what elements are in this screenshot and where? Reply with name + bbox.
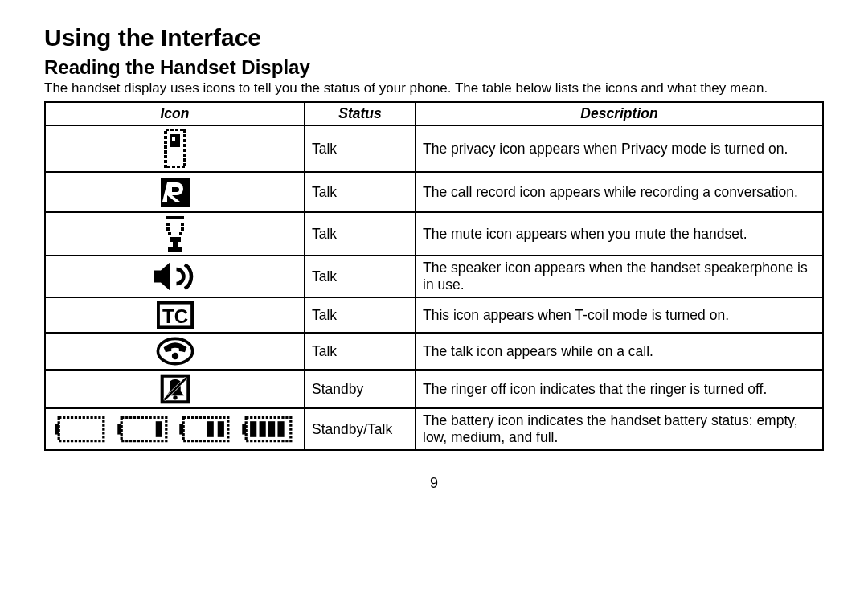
ringer-off-icon	[160, 374, 190, 404]
header-description: Description	[416, 102, 823, 125]
svg-rect-8	[181, 227, 184, 231]
table-row: Talk The privacy icon appears when Priva…	[45, 125, 823, 172]
table-row: Standby The ringer off icon indicates th…	[45, 370, 823, 408]
svg-rect-11	[170, 237, 181, 242]
svg-rect-2	[172, 137, 175, 141]
status-cell: Talk	[305, 125, 416, 172]
svg-rect-5	[166, 223, 170, 226]
svg-rect-29	[207, 421, 214, 437]
icon-cell	[45, 370, 305, 408]
svg-rect-9	[168, 232, 171, 235]
svg-point-16	[158, 338, 192, 363]
svg-rect-26	[155, 421, 162, 437]
description-cell: The ringer off icon indicates that the r…	[416, 370, 823, 408]
battery-low-icon	[117, 415, 170, 444]
icon-cell	[45, 408, 305, 450]
talk-icon	[155, 337, 195, 366]
table-row: Talk The call record icon appears while …	[45, 172, 823, 212]
battery-full-icon	[242, 415, 295, 444]
svg-rect-6	[181, 223, 184, 226]
battery-medium-icon	[179, 415, 232, 444]
intro-text: The handset display uses icons to tell y…	[44, 80, 824, 96]
heading-reading-display: Reading the Handset Display	[44, 56, 824, 79]
svg-rect-33	[250, 421, 256, 437]
svg-rect-22	[59, 417, 104, 440]
svg-rect-25	[117, 424, 121, 434]
icon-cell	[45, 256, 305, 297]
privacy-icon	[164, 129, 186, 168]
status-cell: Talk	[305, 333, 416, 370]
icon-table: Icon Status Description Talk The privacy…	[44, 101, 824, 451]
table-header-row: Icon Status Description	[45, 102, 823, 125]
description-cell: The speaker icon appears when the handse…	[416, 256, 823, 297]
battery-empty-icon	[55, 415, 108, 444]
header-status: Status	[305, 102, 416, 125]
svg-point-17	[171, 353, 178, 359]
mute-icon	[162, 216, 189, 252]
table-row: Talk The talk icon appears while on a ca…	[45, 333, 823, 370]
status-cell: Talk	[305, 172, 416, 212]
svg-text:TC: TC	[162, 305, 187, 327]
status-cell: Talk	[305, 256, 416, 297]
header-icon: Icon	[45, 102, 305, 125]
svg-rect-36	[278, 421, 285, 437]
heading-using-interface: Using the Interface	[44, 24, 824, 51]
svg-rect-34	[260, 421, 266, 437]
svg-rect-12	[173, 242, 178, 247]
svg-rect-28	[180, 424, 184, 434]
svg-rect-35	[268, 421, 275, 437]
table-row: Talk The mute icon appears when you mute…	[45, 212, 823, 256]
icon-cell	[45, 212, 305, 256]
page-content: Using the Interface Reading the Handset …	[0, 0, 868, 500]
svg-point-19	[173, 395, 177, 399]
description-cell: The battery icon indicates the handset b…	[416, 408, 823, 450]
description-cell: The talk icon appears while on a call.	[416, 333, 823, 370]
speaker-icon	[151, 260, 199, 293]
description-cell: The privacy icon appears when Privacy mo…	[416, 125, 823, 172]
svg-rect-7	[166, 227, 170, 231]
table-row: Standby/Talk The battery icon indicates …	[45, 408, 823, 450]
record-icon	[159, 176, 191, 208]
table-row: Talk The speaker icon appears when the h…	[45, 256, 823, 297]
status-cell: Standby/Talk	[305, 408, 416, 450]
svg-rect-32	[242, 424, 246, 434]
description-cell: The mute icon appears when you mute the …	[416, 212, 823, 256]
status-cell: Talk	[305, 297, 416, 333]
svg-rect-30	[218, 421, 224, 437]
status-cell: Talk	[305, 212, 416, 256]
page-number: 9	[44, 475, 824, 492]
description-cell: The call record icon appears while recor…	[416, 172, 823, 212]
description-cell: This icon appears when T-coil mode is tu…	[416, 297, 823, 333]
table-row: TC Talk This icon appears when T-coil mo…	[45, 297, 823, 333]
tcoil-icon: TC	[157, 301, 194, 329]
status-cell: Standby	[305, 370, 416, 408]
svg-rect-4	[166, 216, 184, 219]
svg-rect-10	[179, 232, 182, 235]
icon-cell	[45, 172, 305, 212]
icon-cell: TC	[45, 297, 305, 333]
svg-rect-13	[168, 247, 182, 252]
icon-cell	[45, 125, 305, 172]
icon-cell	[45, 333, 305, 370]
svg-rect-23	[55, 424, 59, 434]
